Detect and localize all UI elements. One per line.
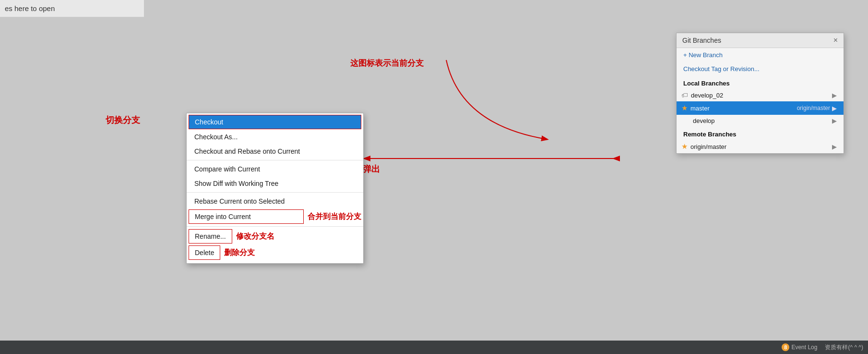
star-icon-master: ★ bbox=[681, 104, 688, 112]
context-menu-item-checkout[interactable]: Checkout bbox=[189, 115, 361, 129]
top-hint-bar: es here to open bbox=[0, 0, 144, 17]
branch-item-develop[interactable]: develop ▶ bbox=[677, 115, 844, 127]
context-menu-item-merge-into[interactable]: Merge into Current bbox=[189, 209, 304, 224]
status-bar-extra-text: 资质有样(^ ^ ^) bbox=[825, 343, 863, 352]
branch-item-master[interactable]: ★ master origin/master ▶ bbox=[677, 101, 844, 115]
status-bar: 8 Event Log 资质有样(^ ^ ^) bbox=[0, 341, 868, 354]
new-branch-action[interactable]: + New Branch bbox=[677, 48, 844, 62]
branch-item-origin-master[interactable]: ★ origin/master ▶ bbox=[677, 140, 844, 153]
separator-1 bbox=[187, 160, 363, 160]
branch-label-develop02: develop_02 bbox=[691, 92, 723, 99]
chevron-right-icon-origin-master: ▶ bbox=[832, 143, 837, 150]
top-hint-text: es here to open bbox=[5, 4, 55, 12]
remote-label-master: origin/master bbox=[797, 105, 830, 111]
branch-label-origin-master: origin/master bbox=[690, 143, 726, 150]
event-log-item[interactable]: 8 Event Log 资质有样(^ ^ ^) bbox=[782, 343, 863, 352]
context-menu-item-checkout-rebase[interactable]: Checkout and Rebase onto Current bbox=[187, 144, 363, 159]
separator-3 bbox=[187, 226, 363, 227]
star-icon-origin-master: ★ bbox=[681, 142, 688, 151]
context-menu-item-rebase-current[interactable]: Rebase Current onto Selected bbox=[187, 194, 363, 208]
git-branches-body: + New Branch Checkout Tag or Revision...… bbox=[677, 48, 844, 153]
chevron-right-icon-develop: ▶ bbox=[832, 117, 837, 124]
branch-label-master: master bbox=[690, 105, 710, 112]
context-menu-item-compare[interactable]: Compare with Current bbox=[187, 162, 363, 176]
annotation-merge: 合并到当前分支 bbox=[308, 212, 361, 222]
chevron-right-icon-master: ▶ bbox=[832, 105, 837, 112]
context-menu-item-show-diff[interactable]: Show Diff with Working Tree bbox=[187, 176, 363, 191]
context-menu-item-delete[interactable]: Delete bbox=[189, 245, 220, 260]
annotation-rename: 修改分支名 bbox=[236, 232, 274, 242]
branch-icon-develop02: 🏷 bbox=[681, 91, 688, 99]
separator-2 bbox=[187, 192, 363, 193]
git-branches-panel: Git Branches × + New Branch Checkout Tag… bbox=[676, 33, 844, 154]
context-menu-item-rename[interactable]: Rename... bbox=[189, 229, 232, 244]
context-menu: Checkout Checkout As... Checkout and Reb… bbox=[186, 113, 364, 264]
branch-label-develop: develop bbox=[693, 117, 715, 124]
git-branches-header: Git Branches × bbox=[677, 33, 844, 48]
chevron-right-icon-develop02: ▶ bbox=[832, 92, 837, 99]
local-branches-title: Local Branches bbox=[677, 76, 844, 89]
git-branches-close-button[interactable]: × bbox=[833, 36, 838, 45]
annotation-switch-branch: 切换分支 bbox=[106, 114, 140, 126]
git-branches-title: Git Branches bbox=[682, 37, 721, 44]
event-log-badge: 8 bbox=[782, 343, 789, 351]
remote-branches-title: Remote Branches bbox=[677, 127, 844, 140]
annotation-delete: 删除分支 bbox=[224, 248, 255, 258]
event-log-label: Event Log bbox=[791, 344, 817, 351]
annotation-current-branch-icon: 这图标表示当前分支 bbox=[350, 58, 424, 69]
checkout-tag-action[interactable]: Checkout Tag or Revision... bbox=[677, 62, 844, 76]
branch-item-develop02[interactable]: 🏷 develop_02 ▶ bbox=[677, 89, 844, 101]
context-menu-item-checkout-as[interactable]: Checkout As... bbox=[187, 130, 363, 144]
